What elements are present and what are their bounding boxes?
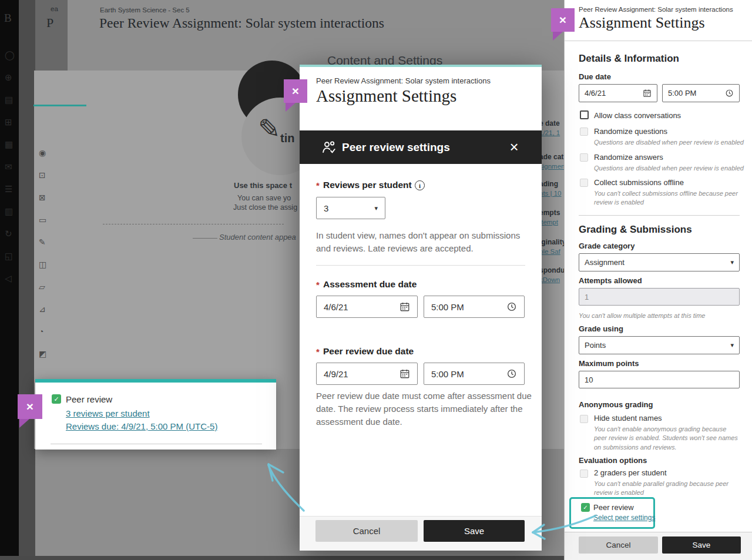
due-time-input[interactable]: 5:00 PM — [662, 84, 740, 102]
collect-offline-note: You can't collect submissions offline be… — [594, 189, 738, 207]
attempts-allowed-value: 1 — [585, 293, 589, 301]
background-text-fragment: tin — [280, 132, 294, 145]
randomize-questions-label: Randomize questions — [594, 127, 667, 136]
section-divider — [579, 215, 740, 216]
close-icon[interactable]: × — [284, 79, 307, 103]
header-fragment-large: P — [46, 15, 53, 31]
assignment-settings-panel: Peer Review Assignment: Solar system int… — [564, 0, 752, 560]
randomize-answers-checkbox — [580, 153, 588, 162]
bottom-edge-strip — [0, 556, 564, 560]
assessment-date-input[interactable]: 4/6/21 — [316, 296, 418, 318]
bg-attempts-value: ttempt — [539, 216, 558, 227]
maximum-points-label: Maximum points — [579, 359, 639, 368]
reviews-per-student-value: 3 — [324, 203, 328, 213]
modal-divider — [316, 265, 525, 266]
reviews-due-link[interactable]: Reviews due: 4/9/21, 5:00 PM (UTC-5) — [66, 421, 217, 431]
close-icon[interactable]: × — [551, 8, 575, 32]
attempts-allowed-input: 1 — [579, 288, 740, 306]
close-icon[interactable]: × — [18, 394, 42, 419]
fragment-link: signmen — [539, 163, 565, 170]
reviews-per-student-label: Reviews per student — [323, 180, 412, 190]
peer-review-due-date-label: Peer review due date — [323, 346, 414, 357]
peer-review-highlight-box — [569, 497, 655, 529]
grade-category-value: Assignment — [585, 258, 625, 267]
breadcrumb: Earth System Science - Sec 5 — [100, 6, 190, 14]
grade-using-label: Grade using — [579, 324, 623, 333]
grade-using-select[interactable]: Points ▾ — [579, 336, 740, 354]
chevron-down-icon: ▾ — [374, 204, 378, 212]
mail-icon: ✉ — [5, 162, 12, 172]
clock-icon — [506, 301, 517, 312]
bg-respondus-value: kDown — [539, 274, 560, 284]
grade-category-select[interactable]: Assignment ▾ — [579, 253, 740, 271]
peer-review-icon — [321, 139, 337, 156]
peer-review-checkbox[interactable]: ✓ — [52, 394, 61, 404]
panel-title: Assignment Settings — [579, 14, 705, 32]
chevron-down-icon: ▾ — [730, 341, 734, 349]
attempts-allowed-label: Attempts allowed — [579, 276, 642, 285]
save-button[interactable]: Save — [662, 536, 741, 554]
fragment-label: ading — [539, 180, 558, 188]
calendar-icon: ▦ — [5, 139, 13, 150]
peer-review-label: Peer review — [66, 394, 112, 404]
peer-date-input[interactable]: 4/9/21 — [316, 363, 418, 385]
required-marker: * — [316, 347, 320, 357]
timer-icon: ◔ — [39, 327, 43, 336]
reviews-per-student-link[interactable]: 3 reviews per student — [66, 408, 150, 418]
info-icon[interactable]: i — [415, 180, 425, 190]
hide-student-names-note: You can't enable anonymous grading becau… — [594, 425, 741, 452]
app-window: B ◯ ⊕ ▤ ⊞ ▦ ✉ ☰ ▥ ↻ ◱ ◁ ea P Earth Syste… — [0, 0, 752, 560]
peer-review-label: Peer review — [593, 503, 634, 512]
peer-review-settings-modal: Peer Review Assignment: Solar system int… — [300, 65, 542, 548]
groups-icon: ⊞ — [5, 117, 12, 128]
hero-text-line1-fragment: You can save yo — [237, 194, 291, 202]
required-marker: * — [316, 180, 320, 190]
calendar-icon — [400, 368, 410, 379]
due-date-input[interactable]: 4/6/21 — [579, 84, 657, 102]
fragment-label: empts — [539, 209, 560, 217]
hide-student-names-label: Hide student names — [594, 414, 662, 422]
cancel-button[interactable]: Cancel — [579, 536, 658, 554]
ruler-icon: ⊿ — [39, 304, 46, 314]
evaluation-options-heading: Evaluation options — [579, 456, 647, 465]
collect-offline-checkbox — [580, 179, 588, 187]
lock-icon: ⊠ — [39, 193, 46, 202]
two-graders-note: You can't enable parallel grading becaus… — [594, 479, 744, 498]
modal-context-title: Peer Review Assignment: Solar system int… — [316, 76, 491, 85]
hero-text-line2-fragment: Just close the assig — [233, 203, 297, 212]
globe-icon: ⊕ — [5, 72, 12, 83]
two-graders-checkbox — [580, 470, 588, 478]
assessment-time-input[interactable]: 5:00 PM — [424, 296, 525, 318]
fragment-label: iginality — [539, 238, 566, 246]
allow-conversations-checkbox[interactable] — [580, 110, 589, 119]
clock-icon — [725, 89, 734, 98]
card-divider — [51, 444, 262, 444]
close-icon[interactable]: × — [504, 130, 524, 164]
reviews-per-student-select[interactable]: 3 ▾ — [316, 197, 385, 219]
cancel-button[interactable]: Cancel — [315, 520, 418, 542]
sign-out-icon: ◁ — [5, 273, 12, 284]
peer-time-input[interactable]: 5:00 PM — [424, 363, 525, 385]
fragment-link: ble Saf — [539, 248, 560, 255]
randomize-questions-checkbox — [580, 128, 588, 136]
randomize-answers-label: Randomize answers — [594, 153, 663, 162]
maximum-points-input[interactable]: 10 — [579, 371, 740, 388]
peer-review-checkbox[interactable]: ✓ — [581, 503, 590, 512]
grade-using-value: Points — [585, 341, 606, 350]
modal-title: Assignment Settings — [316, 86, 456, 106]
save-button[interactable]: Save — [424, 520, 525, 542]
global-nav-sidebar: B ◯ ⊕ ▤ ⊞ ▦ ✉ ☰ ▥ ↻ ◱ ◁ — [0, 0, 19, 560]
video-icon: ▭ — [39, 215, 46, 224]
chevron-down-icon: ▾ — [730, 259, 734, 266]
details-information-heading: Details & Information — [579, 53, 679, 65]
shapes-icon: ◩ — [39, 349, 46, 358]
history-icon: ↻ — [5, 229, 12, 239]
profile-icon: ◯ — [5, 50, 15, 61]
peer-review-summary-card: ✓ Peer review 3 reviews per student Revi… — [35, 379, 276, 450]
select-peer-settings-link[interactable]: Select peer settings — [593, 514, 655, 522]
reviews-note: In student view, names don't appear on s… — [316, 229, 535, 255]
bg-due-date-value: 1/21, 1 — [539, 127, 560, 138]
due-date-value: 4/6/21 — [585, 89, 606, 98]
collect-offline-label: Collect submissions offline — [594, 178, 684, 187]
fragment-link: nts | 10 — [539, 190, 562, 197]
